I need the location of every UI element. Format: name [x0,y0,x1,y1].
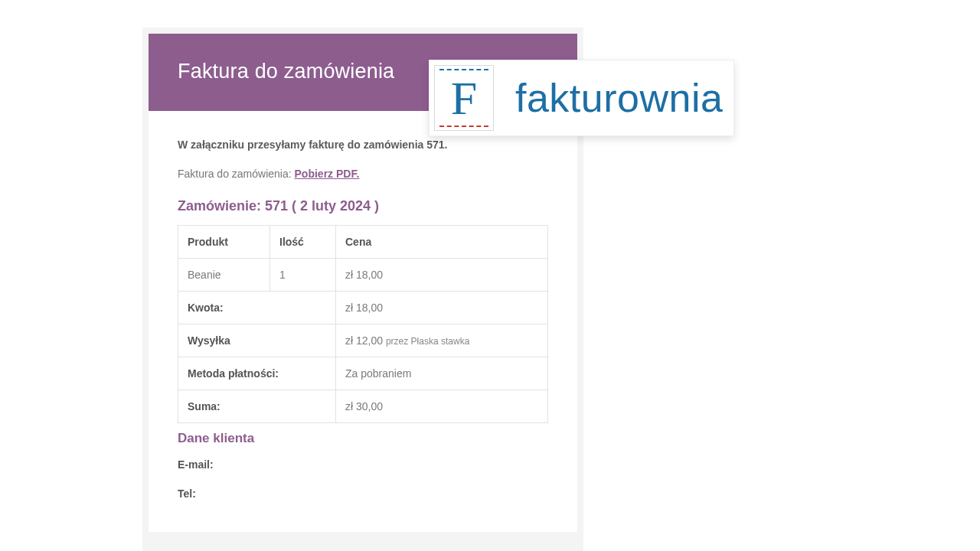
fakturownia-wordmark: fakturownia [515,75,723,121]
download-prefix: Faktura do zamówienia: [178,168,292,180]
value-payment: Za pobraniem [336,357,548,390]
table-row: Beanie 1 zł 18,00 [178,259,548,292]
cell-qty: 1 [270,259,336,292]
download-row: Faktura do zamówienia: Pobierz PDF. [178,168,548,180]
col-product: Produkt [178,226,270,259]
order-table: Produkt Ilość Cena Beanie 1 zł 18,00 Kwo… [178,225,548,423]
client-heading: Dane klienta [178,431,548,446]
client-email-row: E-mail: [178,458,548,471]
fakturownia-badge-letter: F [451,74,477,122]
label-payment: Metoda płatności: [178,357,336,390]
fakturownia-badge-icon: F [434,65,494,131]
client-tel-row: Tel: [178,487,548,500]
value-sum: zł 30,00 [336,390,548,423]
col-qty: Ilość [270,226,336,259]
value-shipping: zł 12,00 przez Płaska stawka [336,324,548,357]
email-body: W załączniku przesyłamy fakturę do zamów… [149,111,577,532]
value-shipping-extra: przez Płaska stawka [386,336,469,347]
row-shipping: Wysyłka zł 12,00 przez Płaska stawka [178,324,548,357]
row-subtotal: Kwota: zł 18,00 [178,292,548,324]
row-payment: Metoda płatności: Za pobraniem [178,357,548,390]
download-pdf-link[interactable]: Pobierz PDF. [295,168,360,180]
col-price: Cena [336,226,548,259]
table-header-row: Produkt Ilość Cena [178,226,548,259]
cell-price: zł 18,00 [336,259,548,292]
order-heading: Zamówienie: 571 ( 2 luty 2024 ) [178,198,548,214]
label-subtotal: Kwota: [178,292,336,324]
cell-product: Beanie [178,259,270,292]
row-sum: Suma: zł 30,00 [178,390,548,423]
label-shipping: Wysyłka [178,324,336,357]
value-subtotal: zł 18,00 [336,292,548,324]
label-sum: Suma: [178,390,336,423]
value-shipping-amount: zł 12,00 [345,334,383,347]
fakturownia-logo-card: F fakturownia [429,60,734,136]
intro-text: W załączniku przesyłamy fakturę do zamów… [178,139,548,151]
